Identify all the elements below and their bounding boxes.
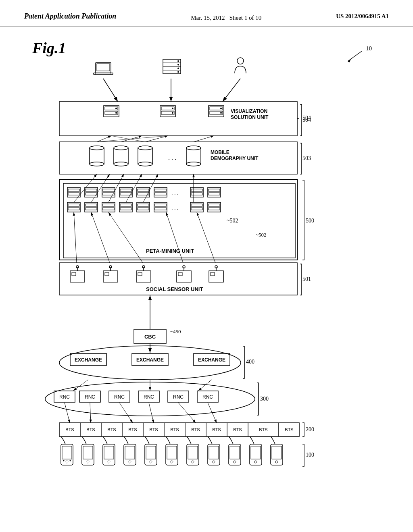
svg-point-36	[220, 108, 222, 109]
svg-line-126	[126, 174, 142, 202]
svg-rect-237	[230, 446, 240, 459]
sheet-info: Sheet 1 of 10	[229, 15, 262, 21]
svg-text:EXCHANGE: EXCHANGE	[198, 357, 225, 363]
svg-rect-121	[209, 204, 220, 206]
svg-rect-93	[191, 189, 202, 191]
svg-rect-225	[146, 446, 156, 459]
svg-point-26	[115, 108, 117, 109]
svg-rect-119	[191, 208, 202, 210]
svg-text:400: 400	[246, 359, 254, 365]
svg-text:RNC: RNC	[173, 394, 184, 400]
svg-rect-118	[191, 204, 202, 206]
svg-rect-106	[103, 208, 114, 210]
svg-rect-216	[83, 446, 93, 459]
svg-rect-83	[120, 189, 131, 191]
svg-text:BTS: BTS	[191, 427, 200, 432]
svg-rect-102	[86, 204, 97, 206]
svg-rect-221	[124, 444, 136, 465]
svg-text:SOLUTION UNIT: SOLUTION UNIT	[231, 114, 269, 120]
svg-point-44	[90, 146, 104, 150]
svg-text:~502: ~502	[227, 218, 238, 224]
svg-point-32	[172, 112, 173, 114]
svg-rect-222	[125, 446, 135, 459]
svg-line-155	[74, 212, 77, 263]
svg-rect-215	[82, 444, 94, 465]
svg-line-17	[103, 79, 118, 102]
svg-point-58	[186, 146, 201, 150]
svg-text:10: 10	[366, 45, 372, 52]
svg-rect-97	[209, 193, 220, 195]
svg-text:BTS: BTS	[86, 427, 95, 432]
svg-point-14	[177, 68, 179, 69]
svg-line-127	[143, 174, 158, 202]
publication-title: Patent Application Publication	[24, 11, 116, 21]
svg-rect-103	[86, 208, 97, 210]
svg-rect-75	[68, 193, 79, 195]
svg-point-217	[87, 461, 89, 463]
svg-rect-219	[104, 446, 114, 459]
pub-date: Mar. 15, 2012	[191, 15, 225, 21]
svg-line-68	[194, 136, 214, 142]
svg-point-244	[275, 461, 278, 463]
svg-rect-122	[209, 208, 220, 210]
svg-rect-94	[191, 193, 202, 195]
svg-rect-84	[120, 193, 131, 195]
svg-text:DEMOGRAPHY UNIT: DEMOGRAPHY UNIT	[211, 156, 259, 161]
svg-line-123	[74, 174, 97, 202]
svg-rect-230	[187, 444, 199, 465]
svg-text:CBC: CBC	[144, 334, 156, 340]
svg-text:100: 100	[306, 452, 314, 458]
svg-rect-5	[94, 73, 113, 75]
svg-line-250	[65, 403, 70, 423]
svg-text:RNC: RNC	[202, 394, 213, 400]
svg-text:. . .: . . .	[171, 205, 179, 211]
svg-rect-211	[62, 446, 72, 459]
patent-diagram: 10	[25, 39, 388, 511]
svg-line-157	[108, 212, 143, 263]
svg-line-253	[149, 403, 154, 423]
svg-rect-96	[209, 189, 220, 191]
svg-rect-74	[68, 189, 79, 191]
svg-point-223	[129, 461, 131, 463]
svg-point-226	[150, 461, 152, 463]
svg-rect-224	[145, 444, 157, 465]
svg-point-31	[172, 108, 173, 109]
svg-rect-140	[105, 272, 109, 276]
svg-text:BTS: BTS	[259, 427, 267, 432]
svg-line-159	[197, 212, 215, 263]
svg-line-255	[208, 403, 217, 423]
svg-rect-3	[96, 62, 111, 73]
svg-rect-43	[59, 142, 297, 174]
svg-text:BTS: BTS	[65, 427, 74, 432]
svg-rect-72	[63, 183, 295, 258]
page-header: Patent Application Publication Mar. 15, …	[0, 0, 413, 27]
svg-point-213	[63, 460, 65, 461]
svg-text:. . .: . . .	[168, 154, 176, 161]
svg-line-70	[111, 136, 145, 142]
svg-text:SOCIAL SENSOR UNIT: SOCIAL SENSOR UNIT	[146, 286, 203, 292]
svg-rect-115	[155, 208, 166, 210]
svg-rect-136	[72, 272, 76, 276]
svg-point-13	[177, 64, 179, 66]
svg-point-61	[186, 162, 201, 166]
svg-text:BTS: BTS	[149, 427, 158, 432]
svg-line-65	[97, 136, 111, 142]
svg-rect-233	[208, 444, 220, 465]
svg-rect-234	[209, 446, 219, 459]
patent-number: US 2012/0064915 A1	[336, 11, 389, 20]
svg-rect-4	[97, 64, 110, 71]
svg-rect-239	[250, 444, 262, 465]
svg-point-27	[115, 112, 117, 114]
svg-line-1	[348, 51, 362, 61]
svg-rect-144	[138, 272, 142, 276]
svg-line-156	[91, 212, 110, 263]
svg-rect-218	[103, 444, 115, 465]
svg-point-48	[90, 162, 104, 166]
svg-point-49	[114, 146, 128, 150]
svg-text:BTS: BTS	[107, 427, 116, 432]
svg-line-158	[166, 212, 183, 263]
svg-rect-148	[178, 272, 182, 276]
svg-point-53	[138, 146, 152, 150]
svg-rect-228	[167, 446, 177, 459]
svg-rect-243	[272, 446, 282, 459]
